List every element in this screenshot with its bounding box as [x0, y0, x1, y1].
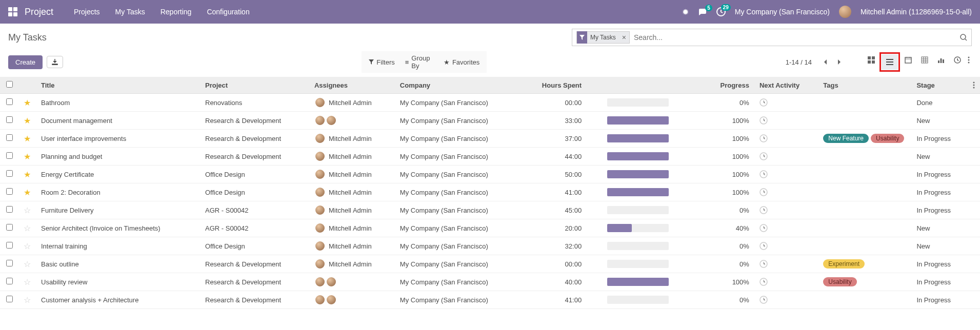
col-tags[interactable]: Tags	[818, 77, 911, 94]
col-company[interactable]: Company	[395, 77, 519, 94]
cell-tags[interactable]	[818, 183, 911, 201]
star-toggle[interactable]: ★	[24, 134, 31, 143]
cell-stage[interactable]: New	[911, 237, 968, 255]
star-toggle[interactable]: ☆	[24, 206, 31, 215]
cell-title[interactable]: Usability review	[36, 273, 200, 291]
cell-activity[interactable]	[754, 255, 818, 273]
cell-stage[interactable]: In Progress	[911, 201, 968, 219]
view-more[interactable]	[966, 52, 972, 68]
row-checkbox[interactable]	[6, 134, 13, 141]
company-switcher[interactable]: My Company (San Francisco)	[735, 8, 830, 16]
brand[interactable]: Project	[25, 7, 53, 17]
table-row[interactable]: ★BathroomRenovationsMitchell AdminMy Com…	[0, 94, 980, 112]
cell-project[interactable]: Office Design	[200, 166, 309, 183]
cell-title[interactable]: Room 2: Decoration	[36, 183, 200, 201]
cell-tags[interactable]	[818, 166, 911, 183]
col-options[interactable]	[968, 77, 980, 94]
col-title[interactable]: Title	[36, 77, 200, 94]
row-checkbox[interactable]	[6, 152, 13, 159]
cell-activity[interactable]	[754, 201, 818, 219]
cell-title[interactable]: Customer analysis + Architecture	[36, 291, 200, 309]
col-project[interactable]: Project	[200, 77, 309, 94]
select-all-checkbox[interactable]	[6, 81, 13, 88]
cell-title[interactable]: Basic outline	[36, 255, 200, 273]
cell-activity[interactable]	[754, 94, 818, 112]
row-checkbox[interactable]	[6, 188, 13, 195]
cell-project[interactable]: Research & Development	[200, 273, 309, 291]
row-checkbox[interactable]	[6, 170, 13, 177]
create-button[interactable]: Create	[8, 55, 43, 69]
pager-next[interactable]	[833, 57, 846, 67]
cell-title[interactable]: Energy Certificate	[36, 166, 200, 183]
star-toggle[interactable]: ☆	[24, 224, 31, 233]
cell-tags[interactable]	[818, 112, 911, 130]
bug-icon[interactable]: ✹	[682, 7, 689, 17]
nav-projects[interactable]: Projects	[74, 8, 100, 16]
cell-project[interactable]: Office Design	[200, 237, 309, 255]
groupby-button[interactable]: ≡ Group By	[405, 54, 433, 70]
view-pivot[interactable]	[916, 52, 933, 68]
cell-title[interactable]: Furniture Delivery	[36, 201, 200, 219]
search-bar[interactable]: My Tasks ×	[572, 29, 972, 46]
cell-assignees[interactable]: Mitchell Admin	[309, 183, 395, 201]
cell-project[interactable]: Research & Development	[200, 130, 309, 148]
cell-activity[interactable]	[754, 291, 818, 309]
search-input[interactable]	[630, 33, 960, 42]
cell-assignees[interactable]: Mitchell Admin	[309, 219, 395, 237]
facet-remove[interactable]: ×	[619, 33, 629, 42]
cell-stage[interactable]: Done	[911, 94, 968, 112]
favorites-button[interactable]: ★ Favorites	[444, 54, 479, 70]
cell-stage[interactable]: New	[911, 148, 968, 166]
cell-activity[interactable]	[754, 112, 818, 130]
cell-tags[interactable]	[818, 94, 911, 112]
cell-assignees[interactable]: Mitchell Admin	[309, 148, 395, 166]
cell-tags[interactable]: Experiment	[818, 255, 911, 273]
nav-reporting[interactable]: Reporting	[161, 8, 192, 16]
activities-icon[interactable]: 29	[716, 7, 726, 16]
cell-tags[interactable]: Usability	[818, 273, 911, 291]
cell-stage[interactable]: In Progress	[911, 166, 968, 183]
table-row[interactable]: ☆Basic outlineResearch & DevelopmentMitc…	[0, 255, 980, 273]
table-row[interactable]: ☆Senior Architect (Invoice on Timesheets…	[0, 219, 980, 237]
table-row[interactable]: ★User interface improvementsResearch & D…	[0, 130, 980, 148]
cell-activity[interactable]	[754, 183, 818, 201]
cell-project[interactable]: AGR - S00042	[200, 219, 309, 237]
cell-title[interactable]: Document management	[36, 112, 200, 130]
star-toggle[interactable]: ☆	[24, 260, 31, 269]
cell-activity[interactable]	[754, 219, 818, 237]
cell-stage[interactable]: In Progress	[911, 183, 968, 201]
user-avatar[interactable]	[839, 6, 851, 18]
star-toggle[interactable]: ★	[24, 152, 31, 161]
star-toggle[interactable]: ☆	[24, 242, 31, 251]
view-calendar[interactable]	[900, 52, 916, 68]
cell-title[interactable]: User interface improvements	[36, 130, 200, 148]
apps-icon[interactable]	[8, 7, 17, 16]
cell-stage[interactable]: In Progress	[911, 255, 968, 273]
table-row[interactable]: ★Document managementResearch & Developme…	[0, 112, 980, 130]
cell-tags[interactable]: New FeatureUsability	[818, 130, 911, 148]
row-checkbox[interactable]	[6, 242, 13, 249]
pager-prev[interactable]	[819, 57, 831, 67]
cell-stage[interactable]: New	[911, 219, 968, 237]
row-checkbox[interactable]	[6, 116, 13, 123]
cell-assignees[interactable]	[309, 291, 395, 309]
cell-assignees[interactable]: Mitchell Admin	[309, 130, 395, 148]
row-checkbox[interactable]	[6, 98, 13, 105]
cell-activity[interactable]	[754, 273, 818, 291]
view-activity[interactable]	[949, 52, 966, 68]
cell-stage[interactable]: New	[911, 112, 968, 130]
view-list[interactable]	[882, 54, 898, 70]
cell-tags[interactable]	[818, 291, 911, 309]
table-row[interactable]: ★Planning and budgetResearch & Developme…	[0, 148, 980, 166]
row-checkbox[interactable]	[6, 224, 13, 231]
cell-assignees[interactable]	[309, 112, 395, 130]
star-toggle[interactable]: ★	[24, 188, 31, 197]
nav-my-tasks[interactable]: My Tasks	[115, 8, 145, 16]
pager-count[interactable]: 1-14 / 14	[786, 58, 812, 66]
cell-stage[interactable]: In Progress	[911, 291, 968, 309]
search-icon[interactable]	[960, 34, 967, 41]
cell-project[interactable]: Office Design	[200, 183, 309, 201]
star-toggle[interactable]: ★	[24, 116, 31, 125]
cell-activity[interactable]	[754, 237, 818, 255]
filters-button[interactable]: Filters	[369, 54, 394, 70]
